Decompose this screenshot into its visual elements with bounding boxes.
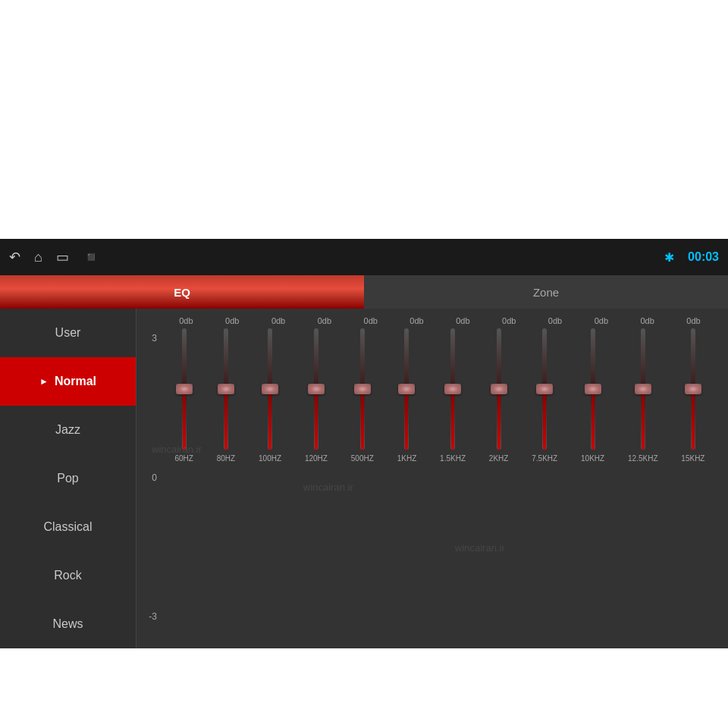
slider-col-7.5KHZ: 7.5KHZ bbox=[532, 328, 557, 463]
slider-fill-7.5KHZ bbox=[543, 389, 546, 450]
db-label-5: 0db bbox=[394, 316, 440, 325]
sliders-area: 0db0db0db0db0db0db0db0db0db0db0db0db 60H… bbox=[163, 316, 717, 463]
hz-label-80HZ: 80HZ bbox=[217, 454, 235, 463]
sidebar-item-pop[interactable]: Pop bbox=[0, 454, 136, 503]
time-display: 00:03 bbox=[688, 250, 719, 264]
slider-fill-100HZ bbox=[268, 389, 271, 450]
tab-bar: EQ Zone bbox=[0, 275, 728, 309]
db-label-6: 0db bbox=[440, 316, 485, 325]
slider-thumb-1.5KHZ[interactable] bbox=[444, 384, 461, 394]
slider-col-12.5KHZ: 12.5KHZ bbox=[628, 328, 657, 463]
slider-thumb-1KHZ[interactable] bbox=[398, 384, 415, 394]
slider-track-500HZ[interactable] bbox=[360, 328, 365, 450]
db-label-9: 0db bbox=[579, 316, 624, 325]
eq-scale: 3 0 -3 0db0db0db0db0db0db0db0db0db0db0db… bbox=[148, 316, 717, 645]
db-label-7: 0db bbox=[486, 316, 532, 325]
eq-panel: 3 0 -3 0db0db0db0db0db0db0db0db0db0db0db… bbox=[136, 309, 728, 648]
slider-thumb-100HZ[interactable] bbox=[262, 384, 278, 394]
main-content: User ► Normal Jazz Pop Classical Rock Ne… bbox=[0, 309, 728, 648]
home-icon[interactable]: ⌂ bbox=[34, 249, 42, 265]
y-axis: 3 0 -3 bbox=[148, 316, 163, 645]
hz-label-60HZ: 60HZ bbox=[174, 454, 193, 463]
slider-col-1KHZ: 1KHZ bbox=[397, 328, 417, 463]
slider-fill-60HZ bbox=[183, 389, 186, 450]
slider-fill-1.5KHZ bbox=[451, 389, 454, 450]
sidebar-item-user[interactable]: User bbox=[0, 309, 136, 357]
hz-label-2KHZ: 2KHZ bbox=[489, 454, 509, 463]
db-label-8: 0db bbox=[532, 316, 578, 325]
slider-fill-1KHZ bbox=[405, 389, 408, 450]
sidebar-label-user: User bbox=[55, 326, 81, 340]
tab-zone[interactable]: Zone bbox=[364, 275, 728, 309]
slider-track-1.5KHZ[interactable] bbox=[450, 328, 455, 450]
slider-thumb-80HZ[interactable] bbox=[218, 384, 234, 394]
y-label-3: 3 bbox=[152, 333, 157, 344]
hz-label-120HZ: 120HZ bbox=[305, 454, 328, 463]
device-screen: ↶ ⌂ ▭ ◾ ✱ 00:03 EQ Zone User ► Normal Ja… bbox=[0, 239, 728, 648]
sidebar-item-normal[interactable]: ► Normal bbox=[0, 357, 136, 406]
slider-track-80HZ[interactable] bbox=[224, 328, 228, 450]
slider-thumb-2KHZ[interactable] bbox=[491, 384, 507, 394]
y-label-minus3: -3 bbox=[149, 611, 157, 622]
slider-thumb-60HZ[interactable] bbox=[176, 384, 193, 394]
db-label-4: 0db bbox=[348, 316, 394, 325]
hz-label-12.5KHZ: 12.5KHZ bbox=[628, 454, 657, 463]
y-label-0: 0 bbox=[152, 472, 157, 483]
slider-thumb-500HZ[interactable] bbox=[354, 384, 371, 394]
tab-eq[interactable]: EQ bbox=[0, 275, 364, 309]
slider-fill-500HZ bbox=[361, 389, 364, 450]
slider-col-15KHZ: 15KHZ bbox=[681, 328, 704, 463]
slider-track-12.5KHZ[interactable] bbox=[641, 328, 645, 450]
play-icon-normal: ► bbox=[39, 376, 49, 387]
slider-thumb-7.5KHZ[interactable] bbox=[536, 384, 553, 394]
slider-fill-120HZ bbox=[315, 389, 318, 450]
slider-track-7.5KHZ[interactable] bbox=[542, 328, 547, 450]
slider-thumb-120HZ[interactable] bbox=[308, 384, 325, 394]
db-labels-row: 0db0db0db0db0db0db0db0db0db0db0db0db bbox=[163, 316, 717, 325]
slider-fill-15KHZ bbox=[692, 389, 695, 450]
bluetooth-icon: ✱ bbox=[664, 250, 674, 265]
slider-track-15KHZ[interactable] bbox=[691, 328, 695, 450]
slider-track-10KHZ[interactable] bbox=[591, 328, 595, 450]
db-label-2: 0db bbox=[256, 316, 301, 325]
hz-label-1KHZ: 1KHZ bbox=[397, 454, 417, 463]
sidebar-label-rock: Rock bbox=[54, 569, 81, 582]
hz-label-100HZ: 100HZ bbox=[259, 454, 281, 463]
slider-track-100HZ[interactable] bbox=[268, 328, 272, 450]
sidebar-item-news[interactable]: News bbox=[0, 600, 136, 648]
image-icon[interactable]: ◾ bbox=[83, 249, 99, 265]
sidebar-label-pop: Pop bbox=[57, 472, 78, 485]
sidebar-item-classical[interactable]: Classical bbox=[0, 503, 136, 551]
sidebar-label-classical: Classical bbox=[43, 520, 92, 534]
window-icon[interactable]: ▭ bbox=[56, 249, 69, 265]
slider-col-100HZ: 100HZ bbox=[259, 328, 281, 463]
sliders-row: 60HZ80HZ100HZ120HZ500HZ1KHZ1.5KHZ2KHZ7.5… bbox=[163, 328, 717, 463]
slider-thumb-15KHZ[interactable] bbox=[685, 384, 701, 394]
top-bar: ↶ ⌂ ▭ ◾ ✱ 00:03 bbox=[0, 239, 728, 275]
hz-label-10KHZ: 10KHZ bbox=[581, 454, 604, 463]
slider-track-1KHZ[interactable] bbox=[404, 328, 409, 450]
hz-label-1.5KHZ: 1.5KHZ bbox=[440, 454, 466, 463]
slider-col-60HZ: 60HZ bbox=[174, 328, 193, 463]
slider-thumb-12.5KHZ[interactable] bbox=[635, 384, 651, 394]
db-label-3: 0db bbox=[302, 316, 347, 325]
slider-fill-12.5KHZ bbox=[642, 389, 645, 450]
tab-eq-label: EQ bbox=[174, 286, 190, 299]
back-icon[interactable]: ↶ bbox=[9, 249, 20, 265]
sidebar-item-jazz[interactable]: Jazz bbox=[0, 406, 136, 454]
slider-col-500HZ: 500HZ bbox=[351, 328, 374, 463]
slider-track-120HZ[interactable] bbox=[314, 328, 318, 450]
db-label-11: 0db bbox=[671, 316, 717, 325]
slider-track-2KHZ[interactable] bbox=[497, 328, 501, 450]
slider-track-60HZ[interactable] bbox=[182, 328, 187, 450]
hz-label-15KHZ: 15KHZ bbox=[681, 454, 704, 463]
slider-fill-80HZ bbox=[224, 389, 228, 450]
hz-label-500HZ: 500HZ bbox=[351, 454, 374, 463]
slider-col-80HZ: 80HZ bbox=[217, 328, 235, 463]
hz-label-7.5KHZ: 7.5KHZ bbox=[532, 454, 557, 463]
sidebar-label-news: News bbox=[52, 617, 83, 631]
slider-col-2KHZ: 2KHZ bbox=[489, 328, 509, 463]
sidebar-item-rock[interactable]: Rock bbox=[0, 551, 136, 600]
slider-fill-10KHZ bbox=[592, 389, 595, 450]
slider-thumb-10KHZ[interactable] bbox=[585, 384, 601, 394]
